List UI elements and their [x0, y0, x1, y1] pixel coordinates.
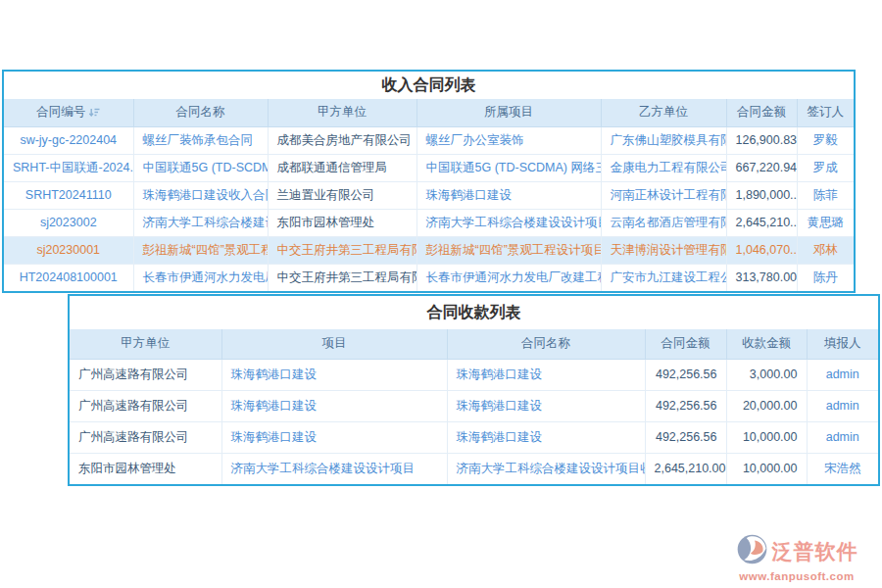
cell-project[interactable]: 济南大学工科综合楼建设设计项目	[416, 209, 601, 236]
col-header-filler: 填报人	[807, 329, 878, 359]
cell-amount: 2,645,210...	[726, 209, 797, 236]
contract-receipt-table: 甲方单位 项目 合同名称 合同金额 收款金额 填报人 广州高速路有限公司 珠海鹤…	[70, 329, 878, 484]
cell-signer[interactable]: 陈丹	[797, 264, 854, 291]
cell-project[interactable]: 珠海鹤港口建设	[221, 390, 447, 421]
cell-contract-no[interactable]: SRHT-中国联通-2024...	[4, 154, 133, 181]
cell-receipt-amount: 3,000.00	[726, 359, 807, 390]
cell-contract-amount: 492,256.56	[645, 421, 726, 453]
cell-party-a: 广州高速路有限公司	[70, 421, 221, 453]
col-header-amount: 合同金额	[726, 99, 797, 126]
cell-project[interactable]: 长春市伊通河水力发电厂改建工程	[416, 264, 601, 291]
cell-amount: 126,900.83	[726, 126, 797, 154]
cell-receipt-amount: 20,000.00	[726, 390, 807, 421]
cell-receipt-amount: 10,000.00	[726, 421, 807, 453]
cell-contract-name[interactable]: 中国联通5G (TD-SCDMA) ...	[133, 154, 268, 181]
cell-party-a: 成都美合房地产有限公司	[268, 126, 416, 154]
cell-party-a: 兰迪置业有限公司	[268, 181, 416, 209]
table-row[interactable]: 东阳市园林管理处 济南大学工科综合楼建设设计项目 济南大学工科综合楼建设设计项目…	[70, 453, 878, 484]
cell-party-a: 广州高速路有限公司	[70, 359, 221, 390]
col-header-contract-no[interactable]: 合同编号	[4, 99, 133, 126]
cell-amount: 667,220.94	[726, 154, 797, 181]
cell-contract-name[interactable]: 济南大学工科综合楼建设设计项目收...	[447, 453, 645, 484]
cell-party-a: 成都联通通信管理局	[268, 154, 416, 181]
cell-party-a: 东阳市园林管理处	[268, 209, 416, 236]
cell-project[interactable]: 珠海鹤港口建设	[221, 421, 447, 453]
table-row[interactable]: SRHT-中国联通-2024... 中国联通5G (TD-SCDMA) ... …	[4, 154, 854, 181]
cell-contract-name[interactable]: 螺丝厂装饰承包合同	[133, 126, 268, 154]
income-contract-panel: 收入合同列表 合同编号 合同名称 甲方单位 所属项目 乙方单位 合同金额 签订人…	[2, 70, 856, 293]
receipt-header-row: 甲方单位 项目 合同名称 合同金额 收款金额 填报人	[70, 329, 878, 359]
col-header-party-b: 乙方单位	[601, 99, 726, 126]
receipt-table-title: 合同收款列表	[70, 296, 878, 329]
cell-project[interactable]: 中国联通5G (TD-SCDMA) 网络三...	[416, 154, 601, 181]
cell-signer[interactable]: 罗成	[797, 154, 854, 181]
cell-project[interactable]: 珠海鹤港口建设	[221, 359, 447, 390]
cell-signer[interactable]: 罗毅	[797, 126, 854, 154]
cell-party-b[interactable]: 天津博润设计管理有限...	[601, 236, 726, 264]
cell-filler[interactable]: admin	[807, 359, 878, 390]
brand-footer: 泛普软件 www.fanpusoft.com	[719, 533, 874, 582]
fanpu-logo-icon	[736, 533, 768, 569]
table-row[interactable]: sw-jy-gc-2202404 螺丝厂装饰承包合同 成都美合房地产有限公司 螺…	[4, 126, 854, 154]
table-row[interactable]: SRHT20241110 珠海鹤港口建设收入合同2 兰迪置业有限公司 珠海鹤港口…	[4, 181, 854, 209]
cell-signer[interactable]: 邓林	[797, 236, 854, 264]
cell-amount: 313,780.00	[726, 264, 797, 291]
cell-party-a: 中交王府井第三工程局有限...	[268, 236, 416, 264]
cell-filler[interactable]: 宋浩然	[807, 453, 878, 484]
income-table-title: 收入合同列表	[4, 72, 854, 99]
brand-url[interactable]: www.fanpusoft.com	[739, 570, 854, 582]
col-header-receipt-amount: 收款金额	[726, 329, 807, 359]
cell-party-b[interactable]: 云南名都酒店管理有限...	[601, 209, 726, 236]
cell-party-b[interactable]: 河南正林设计工程有限...	[601, 181, 726, 209]
cell-project[interactable]: 彭祖新城“四馆”景观工程设计项目	[416, 236, 601, 264]
col-header-signer: 签订人	[797, 99, 854, 126]
cell-contract-no[interactable]: sw-jy-gc-2202404	[4, 126, 133, 154]
table-row[interactable]: HT202408100001 长春市伊通河水力发电厂改... 中交王府井第三工程…	[4, 264, 854, 291]
table-row[interactable]: 广州高速路有限公司 珠海鹤港口建设 珠海鹤港口建设 492,256.56 3,0…	[70, 359, 878, 390]
cell-contract-no[interactable]: sj20230001	[4, 236, 133, 264]
cell-project[interactable]: 济南大学工科综合楼建设设计项目	[221, 453, 447, 484]
sort-descending-icon[interactable]	[89, 107, 100, 121]
cell-party-a: 中交王府井第三工程局有限...	[268, 264, 416, 291]
cell-party-a: 东阳市园林管理处	[70, 453, 221, 484]
table-row[interactable]: sj2023002 济南大学工科综合楼建设设... 东阳市园林管理处 济南大学工…	[4, 209, 854, 236]
cell-contract-name[interactable]: 珠海鹤港口建设	[447, 359, 645, 390]
cell-contract-name[interactable]: 珠海鹤港口建设	[447, 390, 645, 421]
cell-contract-amount: 2,645,210.00	[645, 453, 726, 484]
brand-name: 泛普软件	[772, 538, 858, 565]
contract-receipt-panel: 合同收款列表 甲方单位 项目 合同名称 合同金额 收款金额 填报人 广州高速路有…	[68, 294, 880, 486]
income-contract-table: 合同编号 合同名称 甲方单位 所属项目 乙方单位 合同金额 签订人 sw-jy-…	[4, 99, 854, 291]
cell-contract-no[interactable]: SRHT20241110	[4, 181, 133, 209]
cell-party-a: 广州高速路有限公司	[70, 390, 221, 421]
cell-amount: 1,890,000...	[726, 181, 797, 209]
cell-contract-name[interactable]: 珠海鹤港口建设收入合同2	[133, 181, 268, 209]
cell-filler[interactable]: admin	[807, 390, 878, 421]
cell-contract-name[interactable]: 彭祖新城“四馆”景观工程设计...	[133, 236, 268, 264]
cell-project[interactable]: 珠海鹤港口建设	[416, 181, 601, 209]
cell-contract-no[interactable]: sj2023002	[4, 209, 133, 236]
table-row-selected[interactable]: sj20230001 彭祖新城“四馆”景观工程设计... 中交王府井第三工程局有…	[4, 236, 854, 264]
cell-amount: 1,046,070...	[726, 236, 797, 264]
cell-filler[interactable]: admin	[807, 421, 878, 453]
cell-contract-no[interactable]: HT202408100001	[4, 264, 133, 291]
col-header-contract-amount: 合同金额	[645, 329, 726, 359]
cell-contract-amount: 492,256.56	[645, 390, 726, 421]
table-row[interactable]: 广州高速路有限公司 珠海鹤港口建设 珠海鹤港口建设 492,256.56 20,…	[70, 390, 878, 421]
col-header-contract-name: 合同名称	[133, 99, 268, 126]
col-header-contract-name: 合同名称	[447, 329, 645, 359]
cell-project[interactable]: 螺丝厂办公室装饰	[416, 126, 601, 154]
cell-party-b[interactable]: 广东佛山塑胶模具有限...	[601, 126, 726, 154]
col-header-project: 项目	[221, 329, 447, 359]
col-header-party-a: 甲方单位	[268, 99, 416, 126]
cell-contract-name[interactable]: 珠海鹤港口建设	[447, 421, 645, 453]
cell-contract-name[interactable]: 长春市伊通河水力发电厂改...	[133, 264, 268, 291]
cell-party-b[interactable]: 广安市九江建设工程公司	[601, 264, 726, 291]
table-row[interactable]: 广州高速路有限公司 珠海鹤港口建设 珠海鹤港口建设 492,256.56 10,…	[70, 421, 878, 453]
cell-party-b[interactable]: 金康电力工程有限公司	[601, 154, 726, 181]
cell-contract-name[interactable]: 济南大学工科综合楼建设设...	[133, 209, 268, 236]
cell-signer[interactable]: 黄思璐	[797, 209, 854, 236]
cell-signer[interactable]: 陈菲	[797, 181, 854, 209]
income-header-row: 合同编号 合同名称 甲方单位 所属项目 乙方单位 合同金额 签订人	[4, 99, 854, 126]
cell-receipt-amount: 10,000.00	[726, 453, 807, 484]
col-header-project: 所属项目	[416, 99, 601, 126]
